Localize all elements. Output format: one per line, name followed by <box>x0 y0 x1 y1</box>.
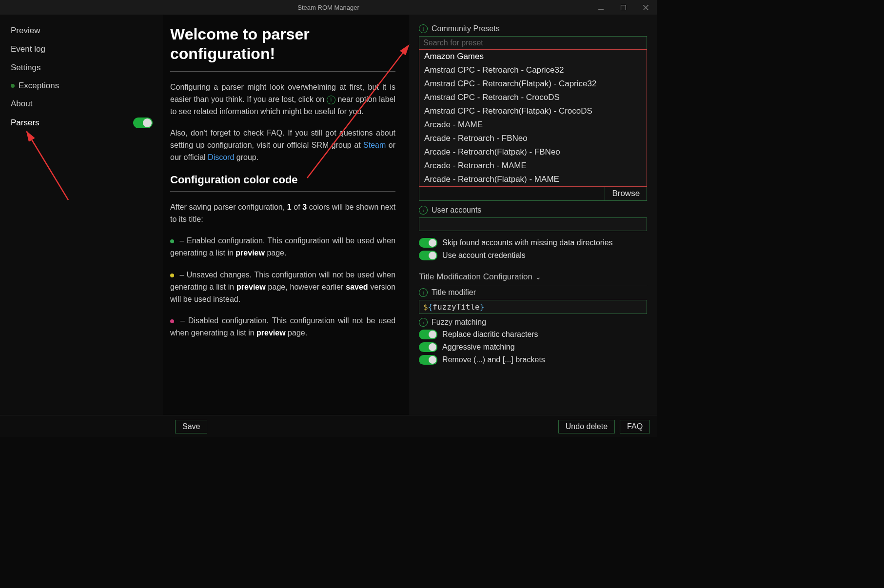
intro-paragraph-2: Also, don't forget to check FAQ. If you … <box>170 127 395 163</box>
community-presets-label: i Community Presets <box>419 24 647 33</box>
svg-rect-1 <box>621 5 626 10</box>
nav-label: Parsers <box>11 118 39 128</box>
info-icon[interactable]: i <box>419 206 428 215</box>
preset-item[interactable]: Arcade - MAME <box>419 118 647 132</box>
minimize-button[interactable] <box>589 0 612 15</box>
preset-item[interactable]: Arcade - Retroarch(Flatpak) - FBNeo <box>419 145 647 159</box>
fuzzy-matching-label: i Fuzzy matching <box>419 318 647 327</box>
yellow-dot-icon <box>170 274 174 277</box>
aggressive-label: Aggressive matching <box>442 343 515 352</box>
page-title: Welcome to parser configuration! <box>170 24 395 63</box>
skip-accounts-label: Skip found accounts with missing data di… <box>442 238 613 247</box>
footer: Save Undo delete FAQ <box>0 415 657 437</box>
pink-dot-icon <box>170 319 174 323</box>
maximize-button[interactable] <box>612 0 634 15</box>
discord-link[interactable]: Discord <box>208 153 234 161</box>
preset-item[interactable]: Amazon Games <box>419 50 647 63</box>
remove-brackets-label: Remove (...) and [...] brackets <box>442 355 545 364</box>
bullet-enabled: – Enabled configuration. This configurat… <box>170 235 395 259</box>
nav-label: Settings <box>11 63 40 73</box>
title-modifier-input[interactable]: ${fuzzyTitle} <box>419 300 647 314</box>
user-accounts-label: i User accounts <box>419 206 647 215</box>
nav-exceptions[interactable]: Exceptions <box>0 77 163 95</box>
preset-item[interactable]: Arcade - Retroarch - FBNeo <box>419 132 647 145</box>
save-button[interactable]: Save <box>175 420 207 433</box>
replace-diacritic-toggle[interactable] <box>419 330 437 339</box>
close-button[interactable] <box>634 0 657 15</box>
nav-preview[interactable]: Preview <box>0 21 163 40</box>
bullet-unsaved: – Unsaved changes. This configuration wi… <box>170 269 395 305</box>
steam-link[interactable]: Steam <box>363 141 386 149</box>
faq-button[interactable]: FAQ <box>620 420 650 433</box>
preset-item[interactable]: Amstrad CPC - Retroarch - CrocoDS <box>419 91 647 104</box>
titlebar: Steam ROM Manager <box>0 0 657 15</box>
user-accounts-input[interactable] <box>419 217 647 231</box>
use-credentials-toggle[interactable] <box>419 251 437 260</box>
config-panel: i Community Presets Amazon GamesAmstrad … <box>409 15 657 415</box>
nav-label: Preview <box>11 26 40 36</box>
nav-about[interactable]: About <box>0 95 163 113</box>
color-code-heading: Configuration color code <box>170 174 395 186</box>
nav-event-log[interactable]: Event log <box>0 40 163 59</box>
info-icon: i <box>327 96 335 104</box>
nav-label: About <box>11 99 32 109</box>
use-credentials-label: Use account credentials <box>442 251 526 260</box>
color-code-intro: After saving parser configuration, 1 of … <box>170 201 395 226</box>
parsers-toggle[interactable] <box>133 118 153 128</box>
aggressive-toggle[interactable] <box>419 342 437 352</box>
preset-item[interactable]: Amstrad CPC - Retroarch(Flatpak) - Croco… <box>419 104 647 118</box>
bullet-disabled: – Disabled configuration. This configura… <box>170 315 395 339</box>
nav-settings[interactable]: Settings <box>0 59 163 77</box>
title-modifier-label: i Title modifier <box>419 288 647 297</box>
info-icon[interactable]: i <box>419 318 428 327</box>
skip-accounts-toggle[interactable] <box>419 238 437 248</box>
preset-item[interactable]: Amstrad CPC - Retroarch - Caprice32 <box>419 63 647 77</box>
info-icon[interactable]: i <box>419 24 428 33</box>
info-icon[interactable]: i <box>419 288 428 297</box>
intro-paragraph-1: Configuring a parser might look overwhel… <box>170 81 395 118</box>
content-area: Welcome to parser configuration! Configu… <box>163 15 409 415</box>
green-dot-icon <box>170 239 174 243</box>
nav-label: Event log <box>11 44 45 54</box>
remove-brackets-toggle[interactable] <box>419 355 437 365</box>
undo-delete-button[interactable]: Undo delete <box>558 420 615 433</box>
preset-item[interactable]: Arcade - Retroarch - MAME <box>419 159 647 173</box>
nav-parsers[interactable]: Parsers <box>0 113 163 133</box>
nav-label: Exceptions <box>19 81 59 90</box>
preset-list[interactable]: Amazon GamesAmstrad CPC - Retroarch - Ca… <box>419 49 647 187</box>
browse-button[interactable]: Browse <box>605 187 647 200</box>
replace-diacritic-label: Replace diacritic characters <box>442 330 538 339</box>
sidebar: Preview Event log Settings Exceptions Ab… <box>0 15 163 415</box>
title-mod-section-header[interactable]: Title Modification Configuration ⌄ <box>419 272 647 285</box>
window-title: Steam ROM Manager <box>297 4 359 11</box>
preset-item[interactable]: Amstrad CPC - Retroarch(Flatpak) - Capri… <box>419 77 647 91</box>
preset-search-input[interactable] <box>419 36 647 49</box>
preset-item[interactable]: Arcade - Retroarch(Flatpak) - MAME <box>419 173 647 186</box>
chevron-down-icon: ⌄ <box>535 273 541 281</box>
